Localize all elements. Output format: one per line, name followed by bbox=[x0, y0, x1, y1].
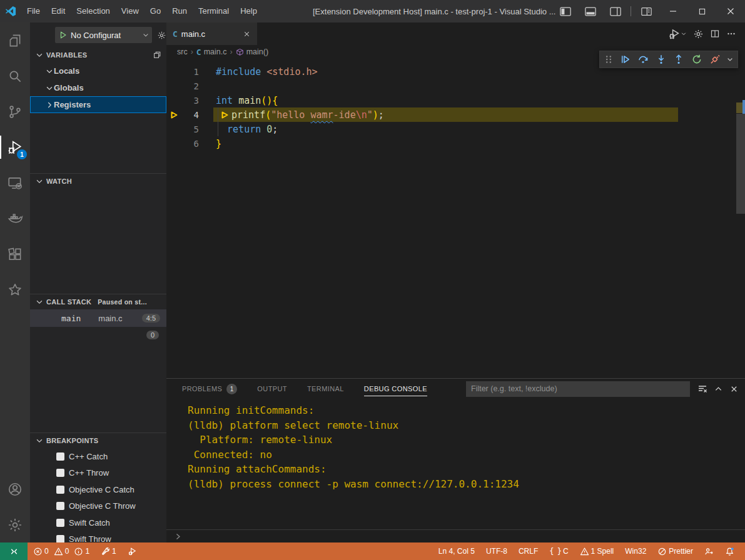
breakpoint-row[interactable]: Swift Throw bbox=[30, 531, 166, 543]
status-spell[interactable]: 1 Spell bbox=[574, 542, 620, 560]
breakpoint-checkbox[interactable] bbox=[56, 486, 64, 494]
debug-config-dropdown[interactable]: No Configurat bbox=[55, 27, 152, 43]
status-problems[interactable]: 001 bbox=[28, 542, 95, 560]
status-remote[interactable] bbox=[0, 542, 28, 560]
panel-tab-terminal[interactable]: TERMINAL bbox=[302, 379, 349, 399]
status-tools[interactable]: 1 bbox=[95, 542, 122, 560]
menu-terminal[interactable]: Terminal bbox=[193, 0, 235, 22]
activity-remote-explorer[interactable] bbox=[0, 165, 30, 201]
status-debug-status[interactable] bbox=[122, 542, 143, 560]
status-encoding[interactable]: UTF-8 bbox=[480, 542, 513, 560]
stack-frame-row[interactable]: main main.c 4:5 bbox=[30, 309, 166, 327]
run-or-debug-button[interactable] bbox=[669, 28, 687, 40]
breakpoint-checkbox[interactable] bbox=[56, 502, 64, 510]
customize-layout-button[interactable] bbox=[634, 0, 659, 22]
breakpoint-row[interactable]: Objective C Throw bbox=[30, 498, 166, 515]
console-filter-input[interactable] bbox=[466, 381, 690, 397]
code-line-3[interactable]: 3int main(){ bbox=[166, 93, 745, 108]
clear-console-icon[interactable] bbox=[697, 384, 707, 394]
activity-settings[interactable] bbox=[0, 507, 30, 542]
editor-scrollbar[interactable] bbox=[736, 59, 745, 378]
breakpoint-row[interactable]: Swift Catch bbox=[30, 514, 166, 531]
breakpoint-gutter[interactable] bbox=[166, 79, 183, 93]
status-notifications[interactable] bbox=[719, 542, 740, 560]
activity-run-and-debug[interactable]: 1 bbox=[0, 129, 30, 165]
activity-search[interactable] bbox=[0, 58, 30, 94]
maximize-button[interactable] bbox=[687, 0, 716, 22]
panel-tab-debug-console[interactable]: DEBUG CONSOLE bbox=[359, 379, 432, 399]
code-line-6[interactable]: 6} bbox=[166, 136, 745, 151]
toolbar-drag-handle[interactable] bbox=[602, 52, 615, 67]
variables-item-globals[interactable]: Globals bbox=[30, 79, 166, 96]
status-prettier[interactable]: Prettier bbox=[652, 542, 699, 560]
breakpoint-row[interactable]: C++ Catch bbox=[30, 448, 166, 465]
activity-docker[interactable] bbox=[0, 201, 30, 236]
panel-tab-output[interactable]: OUTPUT bbox=[252, 379, 292, 399]
close-window-button[interactable] bbox=[716, 0, 745, 22]
activity-extensions[interactable] bbox=[0, 236, 30, 272]
breakpoint-row[interactable]: C++ Throw bbox=[30, 465, 166, 482]
variables-item-locals[interactable]: Locals bbox=[30, 62, 166, 79]
breadcrumb-file[interactable]: main.c bbox=[204, 48, 227, 56]
menu-go[interactable]: Go bbox=[144, 0, 166, 22]
breakpoint-checkbox[interactable] bbox=[56, 452, 64, 461]
activity-wamr-ide[interactable] bbox=[0, 272, 30, 308]
breakpoint-row[interactable]: Objective C Catch bbox=[30, 481, 166, 498]
watch-header[interactable]: WATCH bbox=[30, 174, 166, 189]
menu-run[interactable]: Run bbox=[166, 0, 193, 22]
status-feedback[interactable] bbox=[699, 542, 719, 560]
activity-explorer[interactable] bbox=[0, 22, 30, 58]
menu-help[interactable]: Help bbox=[235, 0, 263, 22]
toggle-panel-button[interactable] bbox=[578, 0, 603, 22]
variables-item-registers[interactable]: Registers bbox=[30, 96, 166, 113]
breadcrumb-symbol[interactable]: main() bbox=[246, 48, 268, 56]
panel-tab-problems[interactable]: PROBLEMS1 bbox=[177, 379, 242, 399]
code-line-5[interactable]: 5 return 0; bbox=[166, 122, 745, 136]
toggle-secondary-sidebar-button[interactable] bbox=[603, 0, 628, 22]
code-line-2[interactable]: 2 bbox=[166, 79, 745, 93]
editor-settings-gear-icon[interactable] bbox=[693, 29, 704, 39]
breakpoint-checkbox[interactable] bbox=[56, 519, 64, 527]
close-tab-icon[interactable] bbox=[243, 30, 251, 38]
code-line-4[interactable]: 4printf("hello wamr-ide\n"); bbox=[166, 108, 745, 122]
breakpoint-gutter[interactable] bbox=[166, 122, 183, 136]
breakpoint-gutter[interactable] bbox=[166, 136, 183, 151]
breakpoint-gutter[interactable] bbox=[166, 64, 183, 79]
breakpoint-gutter[interactable] bbox=[166, 93, 183, 108]
breakpoint-checkbox[interactable] bbox=[56, 535, 64, 542]
variables-header[interactable]: VARIABLES bbox=[30, 48, 166, 62]
disconnect-button[interactable] bbox=[707, 52, 723, 67]
menu-selection[interactable]: Selection bbox=[71, 0, 115, 22]
restart-button[interactable] bbox=[689, 52, 705, 67]
status-language-mode[interactable]: { }C bbox=[544, 542, 574, 560]
copy-icon[interactable] bbox=[153, 51, 161, 59]
status-cursor-position[interactable]: Ln 4, Col 5 bbox=[433, 542, 480, 560]
step-into-button[interactable] bbox=[653, 52, 669, 67]
scrollbar-thumb[interactable] bbox=[736, 114, 745, 214]
menu-edit[interactable]: Edit bbox=[46, 0, 71, 22]
maximize-panel-icon[interactable] bbox=[714, 384, 723, 394]
more-actions-icon[interactable] bbox=[726, 29, 736, 39]
step-over-button[interactable] bbox=[635, 52, 651, 67]
breadcrumb-folder[interactable]: src bbox=[177, 48, 188, 56]
close-panel-icon[interactable] bbox=[729, 384, 739, 394]
activity-accounts[interactable] bbox=[0, 471, 30, 507]
status-eol[interactable]: CRLF bbox=[513, 542, 544, 560]
tab-main-c[interactable]: C main.c bbox=[166, 22, 257, 45]
debug-stackframe-gutter-icon[interactable] bbox=[166, 108, 183, 122]
code-editor[interactable]: 1#include <stdio.h>23int main(){4printf(… bbox=[166, 59, 745, 378]
step-out-button[interactable] bbox=[671, 52, 687, 67]
more-debug-actions[interactable] bbox=[725, 52, 735, 67]
split-editor-icon[interactable] bbox=[710, 29, 720, 39]
minimize-button[interactable] bbox=[659, 0, 687, 22]
call-stack-header[interactable]: CALL STACK Paused on st... bbox=[30, 294, 166, 309]
menu-view[interactable]: View bbox=[116, 0, 144, 22]
debug-console-repl-input[interactable] bbox=[166, 529, 745, 542]
status-platform[interactable]: Win32 bbox=[619, 542, 652, 560]
breakpoint-checkbox[interactable] bbox=[56, 469, 64, 477]
toggle-primary-sidebar-button[interactable] bbox=[553, 0, 578, 22]
continue-button[interactable] bbox=[617, 52, 633, 67]
debug-settings-gear-icon[interactable] bbox=[157, 31, 166, 40]
activity-source-control[interactable] bbox=[0, 94, 30, 129]
menu-file[interactable]: File bbox=[21, 0, 46, 22]
